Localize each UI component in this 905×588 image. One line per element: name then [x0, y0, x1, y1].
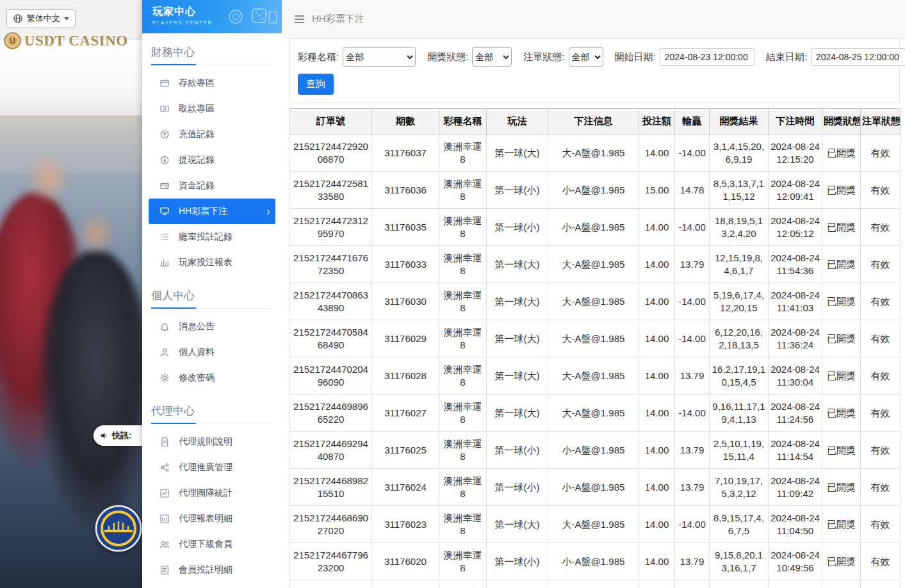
table-cell: 2024-08-24 11:41:03 — [769, 283, 822, 320]
table-cell: 已開獎 — [822, 283, 861, 320]
sidebar-item-agent-sub-members[interactable]: 代理下級會員 — [149, 532, 275, 557]
table-row: 215217244708634389031176030澳洲幸運8第一球(大)大-… — [290, 283, 901, 320]
column-header: 玩法 — [487, 109, 548, 135]
table-cell: 澳洲幸運8 — [439, 469, 487, 506]
table-cell: 16,2,17,19,10,15,4,5 — [710, 357, 769, 395]
sidebar-item-player-bet-report[interactable]: 玩家投注報表 — [149, 250, 275, 275]
table-cell: 澳洲幸運8 — [439, 283, 487, 320]
column-header: 開獎結果 — [710, 109, 769, 135]
gear-icon — [159, 373, 170, 383]
sidebar-item-label: 充值記錄 — [179, 129, 215, 140]
sidebar-item-withdrawal-records[interactable]: 提現記錄 — [149, 147, 275, 173]
background-site: 繁体中文 U USDT CASINO 快訊: — [0, 0, 142, 588]
sidebar-item-profile[interactable]: 個人資料 — [149, 339, 275, 365]
table-cell: 31176030 — [372, 283, 439, 320]
table-cell: 31176029 — [372, 320, 439, 357]
table-cell: 2024-08-24 11:14:54 — [769, 432, 822, 469]
table-cell: 2024-08-24 11:09:42 — [769, 469, 822, 506]
table-cell: 澳洲幸運8 — [439, 543, 487, 580]
table-cell: 大-A盤@1.985 — [548, 506, 639, 543]
table-cell: 已開獎 — [822, 395, 861, 432]
table-cell: 9,16,11,17,19,4,1,13 — [710, 395, 769, 432]
table-cell: 2024-08-24 12:05:12 — [769, 209, 822, 246]
table-cell: 大-A盤@1.985 — [548, 246, 639, 283]
end-date-input[interactable] — [811, 48, 905, 66]
table-cell: 6,12,20,16,2,18,13,5 — [710, 320, 769, 357]
table-cell: 澳洲幸運8 — [439, 135, 487, 172]
bell-icon — [159, 322, 170, 332]
menu-icon[interactable] — [295, 15, 304, 23]
lottery-select[interactable]: 全部 — [343, 47, 416, 67]
column-header: 開獎狀態 — [822, 109, 861, 135]
table-cell: 13.79 — [675, 580, 710, 588]
table-row: 215217244698966522031176027澳洲幸運8第一球(大)大-… — [290, 395, 901, 432]
table-cell: 第一球(小) — [487, 543, 548, 580]
order-status-select[interactable]: 全部 — [569, 47, 603, 67]
sidebar-item-label: 代理報表明細 — [179, 513, 232, 525]
start-date-input[interactable] — [660, 48, 754, 66]
members-icon — [159, 539, 170, 550]
table-row: 215217244705846849031176029澳洲幸運8第一球(大)大-… — [290, 320, 901, 357]
hero-face-2 — [77, 211, 115, 256]
sidebar-item-change-password[interactable]: 修改密碼 — [149, 365, 275, 391]
sidebar-item-deposit-zone[interactable]: 存款專區 — [149, 70, 275, 96]
sidebar-item-announcements[interactable]: 消息公告 — [149, 314, 275, 339]
table-cell: 2152172446989665220 — [290, 395, 372, 432]
table-cell: 第一球(小) — [487, 172, 548, 209]
sidebar-item-agent-report-detail[interactable]: 代理報表明細 — [149, 506, 275, 532]
sidebar-item-member-trans-detail[interactable]: 會員交易明細 — [149, 583, 275, 588]
sidebar-item-agent-rules[interactable]: 代理規則說明 — [149, 429, 275, 455]
main-content: HH彩票下注 彩種名稱: 全部 開獎狀態: 全部 注單狀態: 全部 — [282, 0, 905, 588]
table-cell: 有效 — [861, 320, 901, 357]
table-cell: 31176023 — [372, 506, 439, 543]
table-cell: 第一球(大) — [487, 395, 548, 432]
table-cell: 8,9,15,17,4,6,7,5 — [710, 506, 769, 543]
sidebar-item-label: 代理推廣管理 — [179, 462, 232, 473]
table-cell: 有效 — [861, 432, 901, 469]
table-cell: 13.79 — [675, 246, 710, 283]
sidebar-item-hh-lottery-bets[interactable]: HH彩票下注› — [149, 199, 275, 224]
table-cell: 14.00 — [639, 209, 675, 246]
table-cell: 已開獎 — [822, 135, 861, 172]
table-cell: 澳洲幸運8 — [439, 246, 487, 283]
hero-face-1 — [26, 152, 70, 204]
news-ticker[interactable]: 快訊: — [94, 425, 142, 446]
sidebar-item-agent-team-stats[interactable]: 代理團隊統計 — [149, 480, 275, 506]
table-cell: 12,15,19,8,4,6,1,7 — [710, 246, 769, 283]
page-title: HH彩票下注 — [312, 13, 364, 25]
column-header: 輸贏 — [675, 109, 710, 135]
end-date-label: 結束日期: — [766, 51, 807, 63]
query-button[interactable]: 查詢 — [298, 74, 334, 95]
table-cell: 14.78 — [675, 172, 710, 209]
table-cell: 13.79 — [675, 469, 710, 506]
games-decoration-icon — [223, 4, 279, 29]
table-cell: 14.00 — [639, 395, 675, 432]
table-cell: 2152172446779623200 — [290, 543, 372, 580]
language-selector[interactable]: 繁体中文 — [6, 9, 76, 28]
chevron-down-icon — [64, 17, 69, 20]
sidebar-item-member-bet-detail[interactable]: 會員投註明細 — [149, 557, 275, 583]
table-cell: 31176036 — [372, 172, 439, 209]
speaker-icon — [100, 431, 109, 440]
table-cell: 大-A盤@1.985 — [548, 395, 639, 432]
table-cell: -14.00 — [675, 135, 710, 172]
sidebar-item-room-bet-records[interactable]: 廳室投註記錄 — [149, 224, 275, 250]
sidebar-item-withdraw-zone[interactable]: 取款專區 — [149, 96, 275, 122]
sidebar-item-agent-promotion[interactable]: 代理推廣管理 — [149, 455, 275, 480]
table-cell: -14.00 — [675, 209, 710, 246]
table-cell: 小-A盤@1.985 — [548, 172, 639, 209]
sidebar-item-recharge-records[interactable]: 充值記錄 — [149, 122, 275, 147]
table-row: 215217244725813358031176036澳洲幸運8第一球(小)小-… — [290, 172, 901, 209]
draw-status-filter-label: 開獎狀態: — [427, 51, 468, 63]
main-topbar: HH彩票下注 — [282, 0, 905, 38]
table-row: 215217244692944087031176025澳洲幸運8第一球(小)小-… — [290, 432, 901, 469]
column-header: 下注時間 — [769, 109, 822, 135]
warriors-logo — [95, 505, 142, 552]
table-cell: 9,15,8,20,13,16,1,7 — [710, 543, 769, 580]
table-cell: 澳洲幸運8 — [439, 209, 487, 246]
table-cell: 31176033 — [372, 246, 439, 283]
table-cell: 31176019 — [372, 580, 439, 588]
sidebar-item-label: HH彩票下注 — [179, 206, 227, 217]
sidebar-item-funds-records[interactable]: 資金記錄 — [149, 173, 275, 199]
draw-status-select[interactable]: 全部 — [472, 47, 512, 67]
